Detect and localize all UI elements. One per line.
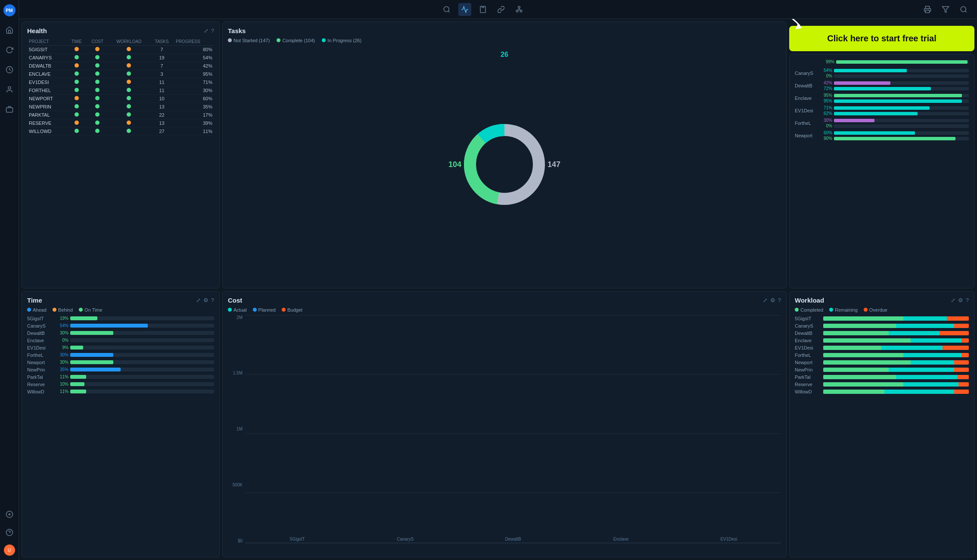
wl-overdue-bar — [940, 331, 969, 335]
workload-status — [109, 62, 149, 70]
y-label-1m: 1M — [228, 427, 243, 431]
time-status — [67, 78, 87, 87]
project-name: NEWPORT — [27, 95, 67, 103]
health-header: Health ⤢ ? — [27, 27, 214, 34]
task-count: 10 — [149, 95, 174, 103]
wl-remaining-bar — [903, 353, 961, 357]
sidebar-item-history[interactable] — [3, 64, 16, 76]
cost-status — [86, 95, 108, 103]
project-name: ENCLAVE — [27, 70, 67, 78]
cost-status — [86, 70, 108, 78]
time-bar-area: 19% — [56, 316, 214, 321]
time-bar-area: 0% — [56, 338, 214, 343]
health-help-icon[interactable]: ? — [211, 28, 214, 34]
time-bar-fill — [70, 346, 83, 350]
cost-x-label: CanaryS — [353, 537, 457, 541]
sidebar-item-avatar[interactable]: U — [4, 545, 15, 556]
sidebar: PM U — [0, 0, 19, 560]
time-row: Reserve 10% — [27, 382, 214, 387]
time-row-name: ParkTal — [27, 374, 53, 380]
workload-bar-area — [823, 360, 969, 365]
cost-title: Cost — [228, 297, 242, 304]
workload-row-name: ParkTal — [795, 374, 821, 380]
workload-title: Workload — [795, 297, 824, 304]
workload-help-icon[interactable]: ? — [966, 297, 969, 303]
time-pct: 30% — [56, 331, 68, 335]
time-expand-icon[interactable]: ⤢ — [196, 297, 201, 303]
wl-completed-bar — [823, 316, 903, 321]
topbar-search-icon[interactable] — [440, 3, 453, 16]
topbar-clipboard-icon[interactable] — [476, 3, 489, 16]
time-row: NewPrin 35% — [27, 367, 214, 372]
donut-in-progress-label: 26 — [501, 51, 508, 59]
svg-rect-10 — [482, 6, 484, 7]
workload-row: FortheL — [795, 353, 969, 358]
workload-row-name: NewPrin — [795, 367, 821, 372]
topbar-link-icon[interactable] — [495, 3, 507, 16]
sidebar-item-portfolio[interactable] — [3, 103, 16, 115]
task-count: 13 — [149, 103, 174, 111]
workload-settings-icon[interactable]: ⚙ — [958, 297, 963, 303]
progress-pct: 60% — [174, 95, 214, 103]
time-pct: 10% — [56, 382, 68, 387]
content-grid: Health ⤢ ? PROJECT TIME COST WORKLOAD TA… — [19, 19, 977, 560]
main-area: Health ⤢ ? PROJECT TIME COST WORKLOAD TA… — [19, 0, 977, 560]
project-name: 5GIGSIT — [27, 46, 67, 54]
time-row-name: Enclave — [27, 338, 53, 343]
time-bar-area: 30% — [56, 360, 214, 365]
wl-overdue-bar — [957, 375, 969, 379]
health-expand-icon[interactable]: ⤢ — [204, 28, 208, 34]
cost-x-label: DewaltB — [461, 537, 565, 541]
sidebar-item-add[interactable] — [3, 508, 16, 520]
time-bar-bg — [70, 353, 214, 357]
cta-arrow-svg — [755, 19, 806, 34]
time-bar-fill — [70, 382, 84, 386]
workload-row: 5GigsIT — [795, 316, 969, 321]
tasks-title: Tasks — [228, 27, 246, 34]
topbar-chart-icon[interactable] — [458, 3, 471, 16]
wl-completed-bar — [823, 331, 889, 335]
sidebar-item-users[interactable] — [3, 84, 16, 96]
time-row: Enclave 0% — [27, 338, 214, 343]
workload-status — [109, 111, 149, 119]
health-row: FORTHEL 11 30% — [27, 87, 214, 95]
sidebar-item-refresh[interactable] — [3, 44, 16, 56]
wl-remaining-bar — [896, 324, 954, 328]
topbar-hierarchy-icon[interactable] — [513, 3, 526, 16]
health-row: EV1DESI 11 71% — [27, 78, 214, 87]
sidebar-item-home[interactable] — [3, 24, 16, 36]
health-row: CANARYS 19 54% — [27, 54, 214, 62]
y-label-1-5m: 1.5M — [228, 371, 243, 375]
time-bar-area: 10% — [56, 382, 214, 387]
search-icon[interactable] — [957, 3, 970, 16]
sidebar-item-help[interactable] — [3, 526, 16, 538]
time-help-icon[interactable]: ? — [211, 297, 214, 303]
print-icon[interactable] — [921, 3, 934, 16]
cta-button[interactable]: Click here to start free trial — [789, 26, 974, 51]
wl-overdue-bar — [954, 324, 969, 328]
cost-help-icon[interactable]: ? — [778, 297, 781, 303]
time-settings-icon[interactable]: ⚙ — [203, 297, 208, 303]
time-bar-bg — [70, 390, 214, 393]
time-row-name: EV1Desi — [27, 345, 53, 350]
time-bar-fill — [70, 368, 121, 371]
workload-expand-icon[interactable]: ⤢ — [951, 297, 955, 303]
app-logo[interactable]: PM — [3, 4, 16, 16]
workload-panel: Workload ⤢ ⚙ ? Completed Remaining Overd… — [789, 291, 974, 558]
workload-header: Workload ⤢ ⚙ ? — [795, 297, 969, 304]
cost-expand-icon[interactable]: ⤢ — [763, 297, 768, 303]
cost-settings-icon[interactable]: ⚙ — [770, 297, 775, 303]
svg-point-1 — [8, 87, 11, 89]
progress-row: FortheL 30% 0% — [795, 118, 969, 128]
cost-x-label: EV1Desi — [677, 537, 781, 541]
legend-completed: Completed — [795, 307, 823, 312]
time-status — [67, 119, 87, 127]
time-bar-area: 11% — [56, 374, 214, 379]
workload-status — [109, 119, 149, 127]
filter-icon[interactable] — [939, 3, 952, 16]
workload-row-name: EV1Desi — [795, 345, 821, 350]
progress-pct: 35% — [174, 103, 214, 111]
project-name: EV1DESI — [27, 78, 67, 87]
topbar — [19, 0, 977, 19]
cost-status — [86, 62, 108, 70]
